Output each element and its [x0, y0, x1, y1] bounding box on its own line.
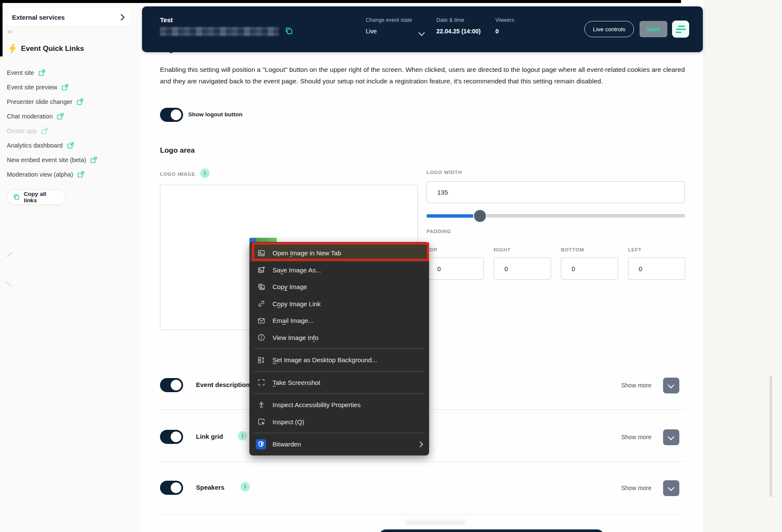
menu-item-open-image-new-tab[interactable]: Open Image in New Tab [249, 245, 429, 262]
stray-mark [7, 252, 13, 257]
event-description-label: Event description [196, 381, 250, 388]
link-label: Analytics dashboard [7, 142, 63, 149]
external-link-icon [62, 84, 68, 91]
menu-item-save-image-as[interactable]: Save Image As... [249, 262, 429, 279]
sidebar-link-presenter-slide-changer[interactable]: Presenter slide changer [7, 97, 83, 107]
external-link-icon [77, 98, 83, 105]
bitwarden-icon [256, 439, 266, 449]
link-grid-info-icon[interactable]: i [238, 431, 247, 440]
filter-menu-button[interactable] [672, 21, 689, 38]
menu-item-label: Open Image in New Tab [273, 249, 422, 257]
padding-bottom-input[interactable] [561, 257, 618, 280]
slider-thumb[interactable] [474, 210, 486, 222]
menu-item-label: Inspect (Q) [273, 418, 422, 426]
menu-item-bitwarden[interactable]: Bitwarden [249, 436, 429, 453]
padding-left-input[interactable] [628, 257, 685, 280]
event-description-expand-button[interactable] [663, 378, 679, 393]
sidebar-link-event-site-preview[interactable]: Event site preview [7, 82, 68, 92]
live-controls-button[interactable]: Live controls [584, 21, 634, 37]
desktop-background-icon [257, 356, 266, 364]
menu-item-label: Copy Image [273, 283, 422, 290]
sidebar-link-moderation-view[interactable]: Moderation view (alpha) [7, 169, 84, 180]
date-time-label: Date & time [436, 17, 464, 23]
accessibility-icon [257, 401, 266, 409]
footer-save-bar[interactable] [379, 529, 604, 532]
screenshot-icon [257, 378, 266, 387]
link-label: Onsite app [7, 127, 37, 134]
logo-width-input[interactable] [427, 181, 685, 203]
chevron-down-icon [668, 485, 675, 491]
menu-item-email-image[interactable]: Email Image... [249, 312, 429, 329]
menu-item-inspect[interactable]: Inspect (Q) [249, 414, 429, 431]
row-divider [160, 461, 685, 462]
scrollbar-thumb[interactable] [770, 375, 772, 497]
padding-top-input[interactable] [427, 257, 484, 280]
logo-image-info-icon[interactable]: i [200, 168, 210, 178]
menu-item-inspect-accessibility[interactable]: Inspect Accessibility Properties [249, 396, 429, 414]
link-label: Chat moderation [7, 113, 53, 120]
sidebar-link-event-site[interactable]: Event site [7, 68, 45, 78]
padding-right-label: RIGHT [494, 247, 511, 252]
link-grid-toggle[interactable] [160, 430, 183, 444]
logo-area-title: Logo area [160, 146, 195, 155]
menu-item-copy-image[interactable]: Copy Image [249, 278, 429, 296]
link-label: New embed event site (beta) [7, 157, 86, 163]
speakers-toggle[interactable] [160, 481, 183, 495]
chevron-down-icon [668, 382, 675, 389]
blurred-event-url [160, 27, 279, 36]
chevron-down-icon [668, 434, 675, 440]
menu-item-label: Set Image as Desktop Background... [273, 356, 422, 364]
link-icon [257, 299, 266, 308]
padding-left-label: LEFT [628, 247, 642, 252]
speakers-expand-button[interactable] [663, 480, 679, 496]
info-circle-icon [257, 333, 266, 342]
show-more-label: Show more [621, 382, 652, 389]
image-copy-icon [257, 283, 266, 291]
inspect-icon [257, 417, 266, 426]
speakers-label: Speakers [196, 484, 225, 491]
viewers-label: Viewers [495, 17, 514, 23]
left-black-sliver [0, 0, 3, 56]
menu-separator [254, 393, 425, 394]
menu-separator [254, 371, 425, 372]
sidebar-item-external-services[interactable]: External services [7, 8, 130, 27]
image-save-icon [257, 266, 266, 274]
padding-right-input[interactable] [494, 257, 551, 280]
show-logout-button-toggle[interactable] [160, 108, 183, 122]
chevron-down-icon[interactable] [418, 30, 425, 36]
link-label: Event site preview [7, 84, 57, 91]
link-grid-label: Link grid [196, 433, 223, 440]
menu-item-label: Bitwarden [273, 440, 411, 448]
menu-item-view-image-info[interactable]: View Image Info [249, 329, 429, 346]
logout-section-description: Enabling this setting will position a "L… [160, 64, 687, 87]
menu-item-label: Save Image As... [273, 266, 422, 274]
copy-all-links-button[interactable]: Copy all links [7, 189, 66, 205]
external-link-icon [77, 171, 84, 178]
menu-item-copy-image-link[interactable]: Copy Image Link [249, 296, 429, 313]
link-label: Event site [7, 69, 34, 76]
sidebar-link-new-embed-event-site[interactable]: New embed event site (beta) [7, 155, 97, 165]
external-link-icon [67, 142, 74, 149]
copy-link-icon[interactable] [285, 27, 293, 37]
menu-item-take-screenshot[interactable]: Take Screenshot [249, 374, 429, 391]
speakers-info-icon[interactable]: i [240, 482, 250, 491]
padding-label: PADDING [427, 229, 451, 234]
menu-item-label: Inspect Accessibility Properties [273, 401, 422, 408]
event-title: Test [160, 16, 173, 24]
menu-item-label: View Image Info [273, 334, 422, 341]
lightning-bolt-icon [9, 44, 17, 53]
link-grid-expand-button[interactable] [663, 429, 679, 445]
event-state-select[interactable]: Live [366, 28, 377, 35]
event-description-toggle[interactable] [160, 378, 183, 392]
menu-item-label: Take Screenshot [273, 379, 422, 386]
submenu-arrow-icon [417, 441, 423, 447]
sidebar-link-chat-moderation[interactable]: Chat moderation [7, 111, 64, 121]
stray-mark [6, 281, 12, 287]
external-link-icon [41, 127, 48, 134]
menu-item-label: Email Image... [273, 317, 422, 324]
page: External services Event Quick Links Even… [0, 0, 782, 532]
menu-item-set-desktop-background[interactable]: Set Image as Desktop Background... [249, 352, 429, 369]
save-button[interactable]: Save [640, 21, 667, 37]
external-services-label: External services [12, 14, 65, 21]
sidebar-link-analytics-dashboard[interactable]: Analytics dashboard [7, 140, 74, 151]
